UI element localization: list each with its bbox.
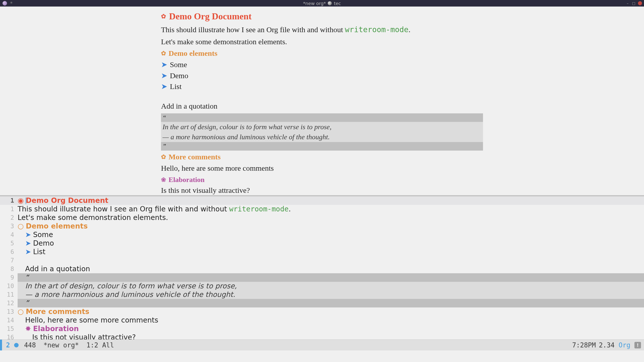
bullet-icon: ➤: [161, 82, 167, 91]
line-number: 13: [0, 307, 18, 316]
flycheck-warning-icon[interactable]: !: [634, 342, 641, 348]
h2-bullet-icon: ○: [18, 307, 24, 316]
org-line[interactable]: 15 ✸Elaboration: [0, 325, 644, 333]
org-line[interactable]: 2 Let's make some demonstration elements…: [0, 213, 644, 222]
paragraph[interactable]: Hello, here are some more comments: [161, 163, 483, 174]
org-pane[interactable]: 1 ◉Demo Org Document 1 This should illus…: [0, 196, 644, 350]
quote-open: “: [161, 113, 483, 122]
org-line[interactable]: 8 Add in a quotation: [0, 265, 644, 273]
line-number: 7: [0, 256, 18, 265]
org-line[interactable]: 10 In the art of design, colour is to fo…: [0, 282, 644, 290]
h2-bullet-icon: ○: [18, 222, 24, 230]
bullet-icon: ➤: [161, 60, 167, 69]
h3-text: Elaboration: [169, 176, 205, 184]
quote-line: — a more harmonious and luminous vehicle…: [18, 290, 644, 299]
org-line[interactable]: 7: [0, 256, 644, 265]
line-number: 12: [0, 299, 18, 307]
org-line[interactable]: 14 Hello, here are some more comments: [0, 316, 644, 325]
line-number: 2: [0, 213, 18, 222]
maximize-button[interactable]: □: [632, 2, 635, 5]
line-number: 6: [0, 248, 18, 256]
doom-icon: [328, 1, 332, 5]
heading-3[interactable]: ❀ Elaboration: [161, 176, 483, 184]
minimize-button[interactable]: –: [626, 2, 629, 5]
line-number: 3: [0, 222, 18, 231]
modeline: 2 448 *new org* 1:2 All 7:28PM 2.34 Org …: [0, 339, 644, 350]
bullet-icon: ➤: [161, 71, 167, 80]
paragraph[interactable]: This should illustrate how I see an Org …: [161, 24, 483, 35]
quote-open: “: [18, 273, 644, 282]
inline-code: writeroom-mode: [345, 25, 409, 34]
list-item[interactable]: ➤Demo: [161, 70, 483, 81]
org-line[interactable]: 13 ○More comments: [0, 307, 644, 316]
org-line[interactable]: 1 This should illustrate how I see an Or…: [0, 205, 644, 213]
org-line[interactable]: 3 ○Demo elements: [0, 222, 644, 231]
paragraph[interactable]: Is this not visually attractive?: [161, 185, 483, 195]
line-number: 5: [0, 239, 18, 248]
time: 7:28PM: [572, 341, 596, 349]
close-button[interactable]: [638, 1, 642, 5]
bullet-icon: ➤: [25, 231, 31, 239]
bullet-icon: ➤: [25, 248, 31, 256]
org-line[interactable]: 11 — a more harmonious and luminous vehi…: [0, 290, 644, 299]
h2-text: Demo elements: [26, 222, 88, 230]
org-line[interactable]: 1 ◉Demo Org Document: [0, 196, 644, 205]
modified-dot-icon: [14, 343, 19, 347]
heading-2[interactable]: ✿ More comments: [161, 153, 483, 161]
bullet-icon: ➤: [25, 239, 31, 247]
line-number: 9: [0, 273, 18, 282]
line-number: 11: [0, 290, 18, 299]
h1-text: Demo Org Document: [169, 11, 252, 22]
titlebar-user: tec: [334, 1, 341, 6]
h2-bullet-icon: ✿: [161, 153, 166, 160]
h3-text: Elaboration: [33, 325, 79, 333]
heading-1[interactable]: ✿ Demo Org Document: [161, 11, 483, 22]
quote-block[interactable]: “ In the art of design, colour is to for…: [161, 113, 483, 151]
word-count: 448: [24, 341, 36, 349]
h2-bullet-icon: ✿: [161, 50, 166, 57]
h1-bullet-icon: ◉: [18, 196, 24, 205]
org-line[interactable]: 9 “: [0, 273, 644, 282]
h1-bullet-icon: ✿: [161, 13, 166, 20]
position: 1:2 All: [87, 341, 114, 349]
emacs-icon: [3, 1, 7, 6]
list-item[interactable]: ➤Some: [161, 59, 483, 70]
modeline-accent: [0, 340, 2, 350]
line-number: 10: [0, 282, 18, 290]
paragraph[interactable]: Add in a quotation: [161, 101, 483, 112]
writeroom-pane[interactable]: ✿ Demo Org Document This should illustra…: [0, 7, 644, 195]
h2-text: More comments: [169, 153, 221, 161]
titlebar-buffer: *new org*: [303, 1, 326, 6]
quote-line: In the art of design, colour is to form …: [18, 282, 644, 290]
line-number: 1: [0, 196, 18, 205]
heading-2[interactable]: ✿ Demo elements: [161, 49, 483, 58]
h2-text: More comments: [26, 307, 89, 316]
titlebar: * *new org* tec – □: [0, 0, 644, 7]
org-line[interactable]: 5 ➤Demo: [0, 239, 644, 248]
modified-indicator-icon: *: [10, 1, 13, 6]
line-number: 8: [0, 265, 18, 273]
quote-line: In the art of design, colour is to form …: [161, 122, 483, 132]
list-item[interactable]: ➤List: [161, 81, 483, 92]
load-average: 2.34: [599, 341, 615, 349]
line-number: 1: [0, 205, 18, 213]
major-mode[interactable]: Org: [619, 341, 630, 349]
buffer-name[interactable]: *new org*: [44, 341, 79, 349]
h3-bullet-icon: ❀: [161, 176, 166, 183]
workspace-number[interactable]: 2: [6, 341, 10, 349]
h2-text: Demo elements: [169, 49, 217, 58]
org-line[interactable]: 6 ➤List: [0, 248, 644, 256]
h1-text: Demo Org Document: [26, 196, 108, 205]
line-number: 4: [0, 231, 18, 239]
org-line[interactable]: 4 ➤Some: [0, 231, 644, 239]
paragraph[interactable]: Let's make some demonstration elements.: [161, 36, 483, 47]
inline-code: writeroom-mode: [229, 205, 289, 213]
line-number: 14: [0, 316, 18, 325]
quote-line: — a more harmonious and luminous vehicle…: [161, 132, 483, 142]
line-number: 15: [0, 325, 18, 333]
org-line[interactable]: 12 ”: [0, 299, 644, 307]
quote-close: ”: [161, 142, 483, 151]
h3-bullet-icon: ✸: [25, 325, 31, 333]
quote-close: ”: [18, 299, 644, 307]
